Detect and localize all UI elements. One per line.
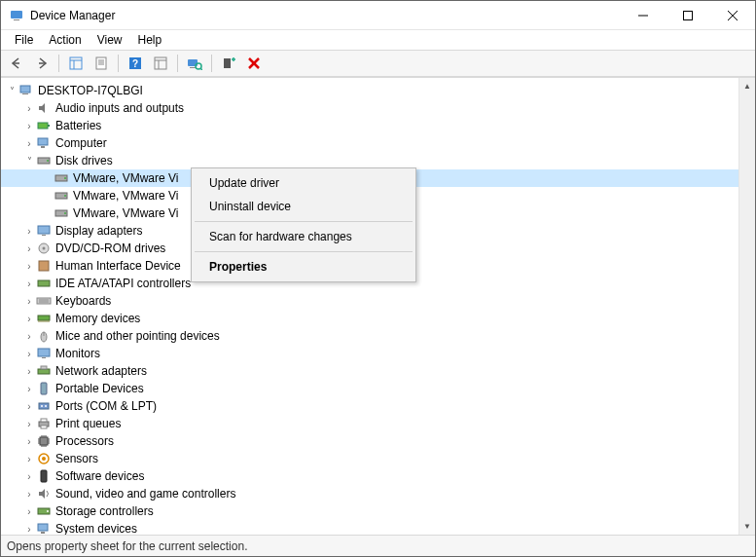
- menu-action[interactable]: Action: [41, 31, 89, 49]
- expander-icon[interactable]: ›: [22, 489, 36, 500]
- svg-rect-15: [155, 57, 166, 69]
- expander-icon[interactable]: ›: [22, 471, 36, 482]
- show-hide-console-button[interactable]: [64, 53, 88, 74]
- svg-rect-0: [11, 11, 22, 19]
- expander-icon[interactable]: ›: [22, 138, 36, 149]
- expander-icon[interactable]: ›: [22, 506, 36, 517]
- category-node[interactable]: ›Memory devices: [1, 310, 738, 327]
- memory-icon: [36, 311, 52, 326]
- context-properties[interactable]: Properties: [194, 255, 414, 278]
- svg-rect-52: [42, 357, 46, 358]
- toolbar-separator: [58, 55, 59, 72]
- expander-icon[interactable]: ›: [22, 121, 36, 131]
- svg-rect-68: [38, 524, 48, 531]
- expander-icon[interactable]: ˅: [5, 86, 18, 96]
- expander-icon[interactable]: ›: [22, 349, 36, 359]
- expander-icon[interactable]: ›: [22, 103, 36, 114]
- tree-node-label: DVD/CD-ROM drives: [55, 241, 165, 255]
- menu-view[interactable]: View: [90, 31, 130, 49]
- svg-text:?: ?: [132, 58, 138, 69]
- category-node[interactable]: ›Storage controllers: [1, 502, 738, 520]
- forward-button[interactable]: [30, 53, 54, 74]
- svg-rect-27: [38, 123, 48, 129]
- expander-icon[interactable]: ›: [22, 226, 36, 237]
- svg-rect-69: [41, 532, 45, 534]
- category-node[interactable]: ›Mice and other pointing devices: [1, 327, 738, 345]
- category-node[interactable]: ›Processors: [1, 432, 738, 450]
- minimize-button[interactable]: [621, 1, 666, 30]
- toolbar-separator: [211, 55, 212, 72]
- svg-rect-56: [39, 403, 49, 409]
- category-node[interactable]: ›Network adapters: [1, 362, 738, 380]
- svg-point-64: [42, 457, 46, 461]
- svg-point-32: [47, 160, 49, 162]
- tree-node-label: Software devices: [55, 469, 144, 483]
- expander-icon[interactable]: ›: [22, 454, 36, 464]
- category-node[interactable]: ›Batteries: [1, 117, 738, 134]
- tree-node-label: Ports (COM & LPT): [55, 399, 157, 413]
- expander-icon[interactable]: ›: [22, 314, 36, 324]
- expander-icon[interactable]: ˅: [22, 156, 36, 167]
- ports-icon: [36, 398, 52, 414]
- menu-bar: File Action View Help: [1, 30, 755, 50]
- properties-toolbar-button[interactable]: [90, 53, 113, 74]
- expander-icon[interactable]: ›: [22, 384, 36, 394]
- action-toolbar-button[interactable]: [149, 53, 172, 74]
- expander-icon[interactable]: ›: [22, 524, 36, 535]
- category-node[interactable]: ›Sensors: [1, 450, 738, 467]
- expander-icon[interactable]: ›: [22, 243, 36, 254]
- device-tree[interactable]: ˅DESKTOP-I7QLBGI›Audio inputs and output…: [1, 78, 738, 535]
- uninstall-toolbar-button[interactable]: [242, 53, 266, 74]
- category-node[interactable]: ›Sound, video and game controllers: [1, 485, 738, 502]
- category-node[interactable]: ›Portable Devices: [1, 380, 738, 397]
- close-button[interactable]: [710, 1, 755, 30]
- maximize-button[interactable]: [666, 1, 710, 30]
- expander-icon[interactable]: ›: [22, 419, 36, 429]
- category-node[interactable]: ›System devices: [1, 520, 738, 535]
- category-node[interactable]: ›Audio inputs and outputs: [1, 99, 738, 117]
- scroll-up-arrow-icon[interactable]: ▲: [739, 78, 755, 94]
- expander-icon[interactable]: ›: [22, 401, 36, 412]
- category-node[interactable]: ›Monitors: [1, 345, 738, 362]
- category-node[interactable]: ›Keyboards: [1, 292, 738, 310]
- printer-icon: [36, 416, 52, 431]
- expander-icon[interactable]: ›: [22, 331, 36, 342]
- expander-icon[interactable]: ›: [22, 296, 36, 307]
- scan-hardware-toolbar-button[interactable]: [183, 53, 206, 74]
- category-node[interactable]: ›Computer: [1, 134, 738, 152]
- tree-node-label: VMware, VMware Vi: [73, 189, 178, 203]
- add-hardware-toolbar-button[interactable]: [217, 53, 240, 74]
- svg-point-57: [41, 405, 43, 407]
- tree-node-label: DESKTOP-I7QLBGI: [38, 84, 143, 97]
- portable-icon: [36, 381, 52, 396]
- category-node[interactable]: ›Software devices: [1, 467, 738, 485]
- svg-point-58: [45, 405, 47, 407]
- menu-file[interactable]: File: [7, 31, 41, 49]
- category-node[interactable]: ›Print queues: [1, 415, 738, 432]
- tree-node-label: Memory devices: [55, 312, 140, 325]
- expander-icon[interactable]: ›: [22, 436, 36, 447]
- root-node[interactable]: ˅DESKTOP-I7QLBGI: [1, 82, 738, 99]
- disk-icon: [54, 188, 69, 204]
- disk-icon: [54, 170, 69, 186]
- tree-node-label: Network adapters: [55, 364, 147, 378]
- category-node[interactable]: ›Ports (COM & LPT): [1, 397, 738, 415]
- expander-icon[interactable]: ›: [22, 366, 36, 377]
- expander-icon[interactable]: ›: [22, 278, 36, 289]
- svg-rect-28: [48, 125, 50, 127]
- menu-help[interactable]: Help: [130, 31, 170, 49]
- vertical-scrollbar[interactable]: ▲ ▼: [738, 78, 755, 535]
- content-area: ˅DESKTOP-I7QLBGI›Audio inputs and output…: [1, 77, 755, 535]
- help-toolbar-button[interactable]: ?: [124, 53, 147, 74]
- back-button[interactable]: [5, 53, 28, 74]
- context-scan-hardware[interactable]: Scan for hardware changes: [194, 225, 414, 248]
- context-uninstall-device[interactable]: Uninstall device: [194, 195, 414, 218]
- svg-rect-3: [684, 12, 693, 20]
- context-update-driver[interactable]: Update driver: [194, 171, 414, 195]
- svg-rect-26: [22, 93, 28, 94]
- dvd-icon: [36, 241, 52, 256]
- toolbar: ?: [1, 50, 755, 77]
- svg-point-42: [43, 247, 46, 250]
- scroll-down-arrow-icon[interactable]: ▼: [739, 518, 755, 535]
- expander-icon[interactable]: ›: [22, 261, 36, 272]
